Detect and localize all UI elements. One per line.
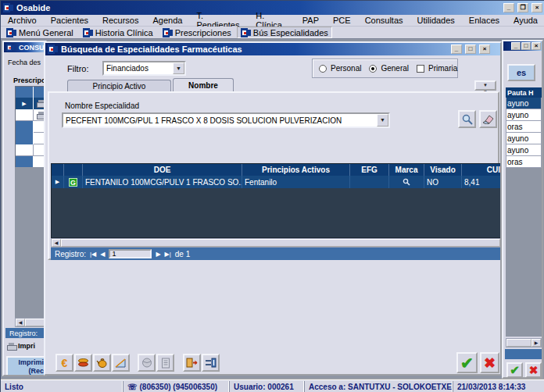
clear-button[interactable] xyxy=(479,110,497,128)
imprimir-checkbox-row[interactable]: Impri xyxy=(7,342,35,350)
imprimir-button-line2: (Rec xyxy=(28,367,44,375)
ficha-button-disabled[interactable] xyxy=(156,354,174,372)
marca-col-header[interactable]: Marca xyxy=(389,164,424,176)
result-row[interactable]: ▶ G FENTANILO 100MCG/PULV 1 FRASCO SO...… xyxy=(52,176,500,188)
doe-col-header[interactable]: DOE xyxy=(83,164,242,176)
toolbar-prescripciones[interactable]: Prescripciones xyxy=(159,27,235,38)
dialog-titlebar[interactable]: Búsqueda de Especialidades Farmacéuticas… xyxy=(45,43,500,55)
cui-col-header[interactable]: CUI xyxy=(462,164,500,176)
personal-radio[interactable] xyxy=(319,65,327,73)
transfer-arrows-icon xyxy=(205,358,217,368)
general-radio[interactable] xyxy=(369,65,377,73)
maximize-icon[interactable]: □ xyxy=(465,45,476,54)
restore-icon[interactable]: ❐ xyxy=(517,3,528,12)
formula-button[interactable] xyxy=(93,354,111,372)
status-access: Acceso a: SANTUTXU - SOLOKOETXE xyxy=(304,381,453,392)
workspace: CONSULT Fecha des Prescripc ▶ ◀ Registro… xyxy=(1,39,544,379)
osabide-logo-icon xyxy=(83,28,93,37)
phone-icon: ☏ xyxy=(127,383,138,391)
minimize-icon[interactable]: _ xyxy=(503,3,514,12)
minimize-icon[interactable]: _ xyxy=(511,42,521,50)
dropdown-arrow-icon[interactable]: ▼ xyxy=(173,62,184,74)
close-icon[interactable]: × xyxy=(531,3,542,12)
toolbar-menu-general[interactable]: Menú General xyxy=(2,27,77,38)
scrollbar-thumb[interactable] xyxy=(61,239,500,247)
general-label: General xyxy=(381,64,409,73)
clipped-button-fragment[interactable]: es xyxy=(507,64,535,81)
pauta-row[interactable]: oras xyxy=(506,121,542,133)
left-registro-bar: Registro: xyxy=(5,328,47,338)
primaria-checkbox[interactable] xyxy=(417,65,424,73)
fragment-label: es xyxy=(517,68,526,77)
menu-enlaces[interactable]: Enlaces xyxy=(462,16,506,25)
accept-button[interactable]: ✔ xyxy=(456,352,478,373)
next-record-icon[interactable]: ▶ xyxy=(156,251,160,258)
prescriptions-mini-grid[interactable]: ▶ xyxy=(15,86,47,167)
cancel-button[interactable]: ✖ xyxy=(525,362,542,378)
efg-col-header[interactable]: EFG xyxy=(350,164,389,176)
pauta-row[interactable]: ayuno xyxy=(506,133,542,144)
precio-button[interactable]: € xyxy=(55,354,73,372)
close-icon[interactable]: × xyxy=(531,42,541,50)
export-button[interactable] xyxy=(183,354,201,372)
principios-col-header[interactable]: Principios Activos xyxy=(242,164,350,176)
scroll-left-icon[interactable]: ◀ xyxy=(16,319,25,326)
menu-ayuda[interactable]: Ayuda xyxy=(506,16,544,25)
toolbar-historia-clinica[interactable]: Historia Clínica xyxy=(79,27,157,38)
grafico-button[interactable] xyxy=(112,354,130,372)
pauta-row-selected[interactable]: ayuno xyxy=(506,98,542,109)
chevron-expand-icon[interactable]: ▼▼ xyxy=(474,80,496,91)
pauta-row[interactable]: oras xyxy=(506,156,542,168)
grid-horizontal-scrollbar[interactable]: ◀ xyxy=(51,238,501,248)
scroll-right-icon[interactable]: ▶ xyxy=(531,339,541,347)
first-record-icon[interactable]: |◀ xyxy=(90,251,96,258)
toolbar-bus-especialidades[interactable]: Bús Especialidades xyxy=(237,27,332,38)
last-record-icon[interactable]: ▶| xyxy=(165,251,171,258)
consultation-titlebar[interactable]: CONSULT xyxy=(4,42,45,52)
menu-pce[interactable]: PCE xyxy=(326,16,358,25)
pauta-row[interactable]: ayuno xyxy=(506,109,542,121)
prev-record-icon[interactable]: ◀ xyxy=(100,251,105,258)
maximize-icon[interactable]: □ xyxy=(521,42,531,50)
pauta-grid[interactable]: Pauta H ayuno ayuno oras ayuno ayuno ora… xyxy=(506,87,542,168)
interacciones-button-disabled[interactable] xyxy=(138,354,156,372)
tab-nombre[interactable]: Nombre xyxy=(173,78,234,91)
accept-button[interactable]: ✔ xyxy=(506,362,523,378)
app-toolbar: Menú General Historia Clínica Prescripci… xyxy=(1,27,544,39)
results-grid[interactable]: DOE Principios Activos EFG Marca Visado … xyxy=(51,163,501,238)
document-icon xyxy=(161,358,170,369)
menu-recursos[interactable]: Recursos xyxy=(95,16,145,25)
record-number-field[interactable]: 1 xyxy=(109,249,152,258)
cancel-button[interactable]: ✖ xyxy=(480,352,499,373)
transfer-button[interactable] xyxy=(202,354,220,372)
menu-consultas[interactable]: Consultas xyxy=(358,16,410,25)
phone-numbers: (806350) (945006350) xyxy=(140,383,218,391)
search-button[interactable] xyxy=(458,110,476,128)
menu-agenda[interactable]: Agenda xyxy=(145,16,189,25)
aportacion-button[interactable] xyxy=(74,354,92,372)
menu-pap[interactable]: PAP xyxy=(295,16,326,25)
left-horizontal-scrollbar[interactable]: ◀ xyxy=(15,318,47,327)
scrollbar-thumb[interactable] xyxy=(506,339,531,347)
visado-col-header[interactable]: Visado xyxy=(424,164,462,176)
close-icon[interactable]: × xyxy=(479,45,490,54)
menu-archivo[interactable]: Archivo xyxy=(1,16,44,25)
icon-col-header xyxy=(64,164,83,176)
tab-principio-activo[interactable]: Principio Activo xyxy=(67,80,171,91)
pauta-row[interactable]: ayuno xyxy=(506,144,542,156)
menu-utilidades[interactable]: Utilidades xyxy=(410,16,462,25)
filtro-combobox[interactable]: Financiados ▼ xyxy=(102,61,186,76)
osabide-logo-icon xyxy=(6,28,16,37)
check-icon: ✔ xyxy=(460,355,474,371)
minimize-icon[interactable]: _ xyxy=(451,45,462,54)
imprimir-receta-button[interactable]: Imprimi (Rec xyxy=(6,356,47,376)
osabide-main-window: Osabide _ ❐ × Archivo Pacientes Recursos… xyxy=(0,0,544,392)
scroll-left-icon[interactable]: ◀ xyxy=(52,239,61,247)
right-horizontal-scrollbar[interactable]: ▶ xyxy=(506,338,542,347)
dropdown-arrow-icon[interactable]: ▼ xyxy=(377,114,388,127)
right-background-window: _ □ × es Pauta H ayuno ayuno oras ayuno … xyxy=(502,40,543,379)
pauta-column-header[interactable]: Pauta H xyxy=(506,87,542,98)
right-window-titlebar[interactable]: _ □ × xyxy=(503,41,542,51)
menu-pacientes[interactable]: Pacientes xyxy=(44,16,95,25)
nombre-especialidad-combobox[interactable]: PECFENT 100MCG/PUL 1 FRASCO X 8 DOSIS SO… xyxy=(62,112,390,128)
